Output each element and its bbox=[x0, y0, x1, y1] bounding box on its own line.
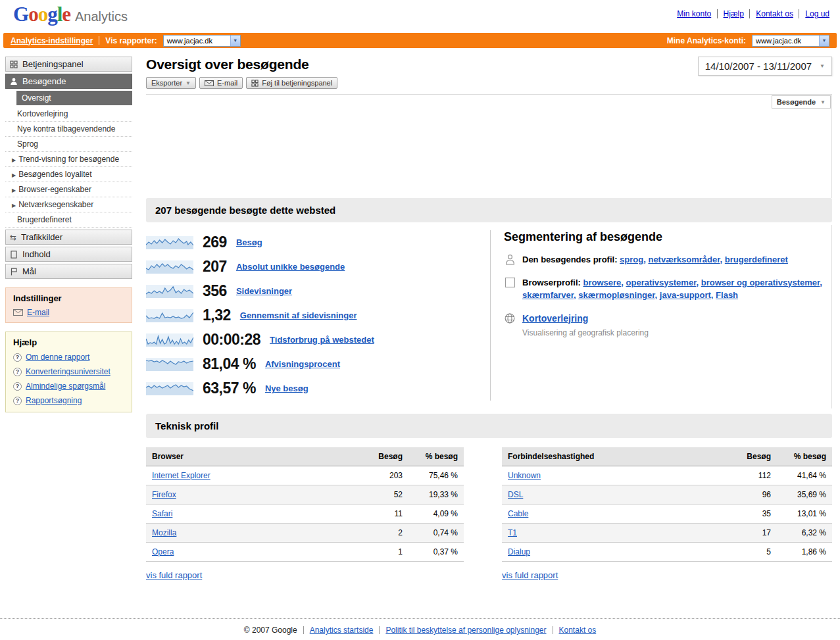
metric-link-time-on-site[interactable]: Tidsforbrug på webstedet bbox=[270, 335, 374, 345]
sidebar-item-content[interactable]: Indhold bbox=[5, 247, 132, 262]
analytics-settings-link[interactable]: Analytics-indstillinger bbox=[11, 36, 93, 45]
nav-my-account-link[interactable]: Min konto bbox=[677, 9, 711, 18]
nav-contact-link[interactable]: Kontakt os bbox=[749, 9, 793, 18]
seg-link-browsere[interactable]: browsere bbox=[583, 278, 621, 287]
view-reports-label: Vis rapporter: bbox=[105, 36, 157, 45]
submenu-item-oversigt[interactable]: Oversigt bbox=[16, 91, 132, 105]
date-range-selector[interactable]: 14/10/2007 - 13/11/2007 ▼ bbox=[698, 57, 832, 76]
question-icon: ? bbox=[13, 397, 22, 405]
metric-link-pageviews[interactable]: Sidevisninger bbox=[236, 286, 292, 296]
sparkline-pageviews bbox=[146, 285, 193, 298]
metric-value: 356 bbox=[203, 282, 227, 300]
main-content: Oversigt over besøgende 14/10/2007 - 13/… bbox=[132, 57, 836, 580]
submenu-item-loyalitet[interactable]: ▶Besøgendes loyalitet bbox=[5, 167, 132, 182]
footer-privacy-link[interactable]: Politik til beskyttelse af personlige op… bbox=[385, 626, 546, 635]
map-overlay-link[interactable]: Kortoverlejring bbox=[522, 313, 588, 324]
seg-link-browser-og-os[interactable]: browser og operativsystemer bbox=[701, 278, 820, 287]
dashboard-grid-icon bbox=[251, 80, 259, 87]
connection-link-t1[interactable]: T1 bbox=[508, 528, 517, 537]
submenu-item-sprog[interactable]: Sprog bbox=[5, 137, 132, 152]
envelope-icon bbox=[205, 80, 214, 86]
map-overlay-subtitle: Visualisering af geografisk placering bbox=[522, 327, 649, 339]
submenu-label: Sprog bbox=[17, 139, 38, 149]
dashboard-grid-icon bbox=[10, 61, 18, 68]
footer-divider bbox=[379, 626, 380, 634]
browser-link-safari[interactable]: Safari bbox=[152, 509, 172, 518]
submenu-item-kortoverlejring[interactable]: Kortoverlejring bbox=[5, 107, 132, 122]
layout: Betjeningspanel Besøgende Oversigt Korto… bbox=[0, 48, 840, 580]
visits-cell: 35 bbox=[725, 509, 771, 518]
footer-analytics-home-link[interactable]: Analytics startside bbox=[310, 626, 374, 635]
submenu-item-nye-kontra[interactable]: Nye kontra tilbagevendende bbox=[5, 122, 132, 137]
orange-toolbar: Analytics-indstillinger Vis rapporter: w… bbox=[3, 33, 837, 48]
column-header: % besøg bbox=[403, 452, 458, 461]
visitor-segmentation-section: Segmentering af besøgende Den besøgendes… bbox=[490, 230, 831, 401]
help-report-finder-link[interactable]: Rapportsøgning bbox=[26, 396, 82, 405]
connection-full-report-link[interactable]: vis fuld rapport bbox=[502, 570, 558, 580]
visits-cell: 203 bbox=[357, 471, 403, 480]
content-page-icon bbox=[10, 251, 18, 258]
connection-link-dsl[interactable]: DSL bbox=[508, 490, 523, 499]
submenu-item-browser-egenskaber[interactable]: ▶Browser-egenskaber bbox=[5, 182, 132, 197]
metric-value: 00:00:28 bbox=[203, 331, 260, 349]
seg-link-brugerdefineret[interactable]: brugerdefineret bbox=[725, 255, 788, 264]
view-reports-select[interactable]: www.jacjac.dk ▼ bbox=[163, 35, 241, 47]
metric-link-visits[interactable]: Besøg bbox=[236, 237, 262, 247]
browser-link-mozilla[interactable]: Mozilla bbox=[152, 528, 176, 537]
seg-link-java-support[interactable]: java-support bbox=[660, 290, 711, 300]
visits-cell: 52 bbox=[357, 490, 403, 499]
nav-logout-link[interactable]: Log ud bbox=[799, 9, 829, 18]
seg-link-skaermfarver[interactable]: skærmfarver bbox=[522, 290, 574, 300]
column-header: % besøg bbox=[771, 452, 826, 461]
metric-link-bounce-rate[interactable]: Afvisningsprocent bbox=[265, 359, 340, 369]
metric-link-avg-pageviews[interactable]: Gennemsnit af sidevisninger bbox=[240, 310, 357, 320]
sidebar-item-traffic-sources[interactable]: ⇆ Trafikkilder bbox=[5, 230, 132, 245]
help-conversion-university-link[interactable]: Konverteringsuniversitet bbox=[26, 367, 111, 376]
metric-link-unique-visitors[interactable]: Absolut unikke besøgende bbox=[236, 262, 345, 272]
submenu-item-netvaerksegenskaber[interactable]: ▶Netværksegenskaber bbox=[5, 197, 132, 212]
report-toolbar: Eksporter ▼ E-mail Føj til betjeningspan… bbox=[146, 77, 832, 89]
browser-link-internet-explorer[interactable]: Internet Explorer bbox=[152, 471, 210, 480]
seg-link-operativsystemer[interactable]: operativsystemer bbox=[626, 278, 697, 287]
submenu-label: Oversigt bbox=[22, 93, 51, 103]
percent-cell: 1,86 % bbox=[771, 547, 826, 556]
sidebar-item-dashboard[interactable]: Betjeningspanel bbox=[5, 57, 132, 72]
submenu-item-trend-visning[interactable]: ▶Trend-visning for besøgende bbox=[5, 152, 132, 167]
browser-link-firefox[interactable]: Firefox bbox=[152, 490, 176, 499]
export-button[interactable]: Eksporter ▼ bbox=[146, 77, 196, 89]
visits-cell: 96 bbox=[725, 490, 771, 499]
help-faq-link[interactable]: Almindelige spørgsmål bbox=[26, 382, 105, 391]
connection-link-cable[interactable]: Cable bbox=[508, 509, 528, 518]
sparkline-avg-pageviews bbox=[146, 309, 193, 322]
sidebar: Betjeningspanel Besøgende Oversigt Korto… bbox=[5, 57, 132, 580]
sidebar-item-goals[interactable]: Mål bbox=[5, 264, 132, 279]
sidebar-item-visitors[interactable]: Besøgende bbox=[5, 74, 132, 89]
help-about-report-link[interactable]: Om denne rapport bbox=[26, 353, 89, 362]
segmentation-title: Segmentering af besøgende bbox=[504, 230, 831, 244]
metric-link-new-visits[interactable]: Nye besøg bbox=[265, 383, 309, 393]
seg-link-skaermoploesninger[interactable]: skærmopløsninger bbox=[578, 290, 655, 300]
browser-full-report-link[interactable]: vis fuld rapport bbox=[146, 570, 202, 580]
export-button-label: Eksporter bbox=[151, 79, 182, 87]
percent-cell: 13,01 % bbox=[771, 509, 826, 518]
table-row: Cable 35 13,01 % bbox=[502, 505, 832, 524]
nav-help-link[interactable]: Hjælp bbox=[717, 9, 744, 18]
visits-cell: 11 bbox=[357, 509, 403, 518]
accounts-select[interactable]: www.jacjac.dk ▼ bbox=[752, 35, 829, 47]
submenu-item-brugerdefineret[interactable]: Brugerdefineret bbox=[5, 212, 132, 228]
seg-link-sprog[interactable]: sprog bbox=[620, 255, 643, 264]
seg-link-flash[interactable]: Flash bbox=[716, 290, 738, 300]
browser-profile-label: Browserprofil: bbox=[522, 278, 581, 287]
chevron-down-icon: ▼ bbox=[820, 63, 825, 69]
connection-link-dialup[interactable]: Dialup bbox=[508, 547, 530, 556]
email-button[interactable]: E-mail bbox=[199, 77, 243, 89]
graph-metric-selector[interactable]: Besøgende ▼ bbox=[772, 95, 831, 109]
add-to-dashboard-button[interactable]: Føj til betjeningspanel bbox=[246, 77, 337, 89]
browser-link-opera[interactable]: Opera bbox=[152, 547, 174, 556]
page-title: Oversigt over besøgende bbox=[146, 57, 309, 72]
email-settings-link[interactable]: E-mail bbox=[27, 308, 49, 317]
metric-row-unique-visitors: 207 Absolut unikke besøgende bbox=[146, 255, 490, 279]
seg-link-netvaerksomraader[interactable]: netværksområder bbox=[648, 255, 720, 264]
footer-contact-link[interactable]: Kontakt os bbox=[559, 626, 597, 635]
connection-link-unknown[interactable]: Unknown bbox=[508, 471, 541, 480]
